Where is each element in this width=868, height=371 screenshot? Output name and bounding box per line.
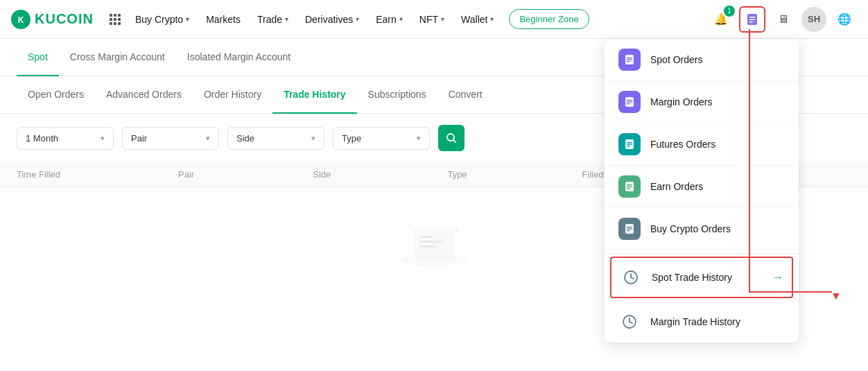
svg-rect-27 <box>627 60 632 60</box>
period-chevron: ▾ <box>101 134 105 143</box>
svg-rect-42 <box>627 227 632 227</box>
tab-trade-history[interactable]: Trade History <box>272 76 356 114</box>
svg-rect-6 <box>114 18 116 21</box>
svg-text:K: K <box>18 15 24 25</box>
dropdown-divider <box>605 253 799 254</box>
search-icon <box>446 132 457 144</box>
orders-button[interactable] <box>739 6 765 33</box>
side-filter[interactable]: Side ▾ <box>227 127 324 150</box>
nav-buy-crypto[interactable]: Buy Crypto ▾ <box>128 8 196 31</box>
trade-chevron: ▾ <box>285 15 288 23</box>
svg-rect-36 <box>627 146 630 146</box>
screen-button[interactable]: 🖥 <box>771 7 796 32</box>
svg-rect-3 <box>114 14 116 17</box>
svg-rect-20 <box>419 241 443 243</box>
dropdown-spot-orders[interactable]: Spot Orders <box>605 39 799 81</box>
futures-orders-icon <box>618 133 641 155</box>
svg-text:+ ○: + ○ <box>417 262 425 268</box>
svg-rect-31 <box>627 102 632 103</box>
earn-chevron: ▾ <box>399 15 403 23</box>
svg-rect-2 <box>110 14 112 17</box>
grid-icon-btn[interactable] <box>107 12 123 27</box>
nav-trade[interactable]: Trade ▾ <box>250 8 295 31</box>
orders-icon <box>745 12 759 26</box>
svg-rect-32 <box>627 103 630 104</box>
svg-rect-28 <box>627 61 630 62</box>
svg-rect-5 <box>110 18 112 21</box>
svg-rect-12 <box>749 17 755 18</box>
search-button[interactable] <box>438 125 465 151</box>
earn-orders-icon <box>618 175 641 198</box>
nav-derivatives[interactable]: Derivatives ▾ <box>298 8 366 31</box>
dropdown-futures-orders[interactable]: Futures Orders <box>605 123 799 166</box>
dropdown-spot-trade-history[interactable]: Spot Trade History → <box>610 257 793 298</box>
orders-dropdown: Spot Orders Margin Orders Futures Orders <box>605 39 799 343</box>
svg-rect-10 <box>118 22 121 25</box>
notification-badge: 1 <box>724 6 735 17</box>
svg-rect-13 <box>749 19 755 20</box>
monitor-icon: 🖥 <box>778 13 789 26</box>
svg-rect-38 <box>627 184 632 185</box>
spot-trade-history-icon <box>620 266 642 288</box>
spot-orders-icon <box>618 49 641 71</box>
svg-rect-30 <box>627 100 632 101</box>
period-filter[interactable]: 1 Month ▾ <box>17 127 114 150</box>
spot-trade-history-arrow: → <box>772 271 783 284</box>
header-actions: 🔔 1 🖥 SH 🌐 <box>709 6 857 33</box>
nav-wallet[interactable]: Wallet ▾ <box>454 8 501 31</box>
pair-filter[interactable]: Pair ▾ <box>122 127 219 150</box>
side-chevron: ▾ <box>311 134 315 143</box>
svg-rect-8 <box>110 22 112 25</box>
margin-trade-history-icon <box>618 311 641 333</box>
svg-rect-7 <box>118 18 121 21</box>
col-pair: Pair <box>178 169 313 180</box>
tab-subscriptions[interactable]: Subscriptions <box>357 76 437 114</box>
globe-icon: 🌐 <box>837 12 851 26</box>
wallet-chevron: ▾ <box>490 15 494 23</box>
account-tab-isolated-margin[interactable]: Isolated Margin Account <box>176 39 302 76</box>
nav-nft[interactable]: NFT ▾ <box>413 8 451 31</box>
nft-chevron: ▾ <box>441 15 444 23</box>
pair-chevron: ▾ <box>206 134 210 143</box>
svg-line-16 <box>453 140 455 142</box>
beginner-zone-button[interactable]: Beginner Zone <box>509 9 589 29</box>
dropdown-margin-trade-history[interactable]: Margin Trade History <box>605 301 799 343</box>
dropdown-buy-crypto-orders[interactable]: Buy Crypto Orders <box>605 208 799 250</box>
svg-rect-35 <box>627 144 632 145</box>
buy-crypto-chevron: ▾ <box>186 15 189 23</box>
svg-rect-21 <box>419 245 436 248</box>
svg-rect-44 <box>627 230 630 231</box>
account-tab-spot[interactable]: Spot <box>17 39 59 76</box>
tab-convert[interactable]: Convert <box>437 76 494 114</box>
svg-line-47 <box>631 277 634 279</box>
kucoin-logo-icon: K <box>11 10 31 29</box>
empty-illustration: + ○ <box>392 215 476 270</box>
logo-text: KUCOIN <box>35 11 94 27</box>
logo[interactable]: K KUCOIN <box>11 10 94 29</box>
dropdown-earn-orders[interactable]: Earn Orders <box>605 166 799 208</box>
avatar[interactable]: SH <box>801 7 826 32</box>
svg-rect-43 <box>627 229 632 230</box>
grid-icon <box>107 12 123 27</box>
derivatives-chevron: ▾ <box>356 15 359 23</box>
tab-advanced-orders[interactable]: Advanced Orders <box>95 76 193 114</box>
svg-line-50 <box>630 322 632 323</box>
main-nav: Buy Crypto ▾ Markets Trade ▾ Derivatives… <box>128 8 709 31</box>
col-type: Type <box>447 169 582 180</box>
buy-crypto-orders-icon <box>618 218 641 240</box>
svg-rect-40 <box>627 188 630 189</box>
language-button[interactable]: 🌐 <box>832 7 857 32</box>
dropdown-margin-orders[interactable]: Margin Orders <box>605 81 799 123</box>
type-filter[interactable]: Type ▾ <box>333 127 430 150</box>
type-chevron: ▾ <box>417 134 421 143</box>
nav-markets[interactable]: Markets <box>199 8 248 31</box>
svg-rect-18 <box>413 229 455 260</box>
svg-rect-19 <box>419 236 433 238</box>
svg-rect-4 <box>118 14 121 17</box>
nav-earn[interactable]: Earn ▾ <box>369 8 410 31</box>
account-tab-cross-margin[interactable]: Cross Margin Account <box>59 39 176 76</box>
tab-open-orders[interactable]: Open Orders <box>17 76 95 114</box>
svg-rect-9 <box>114 22 116 25</box>
notification-button[interactable]: 🔔 1 <box>709 7 734 32</box>
tab-order-history[interactable]: Order History <box>193 76 272 114</box>
